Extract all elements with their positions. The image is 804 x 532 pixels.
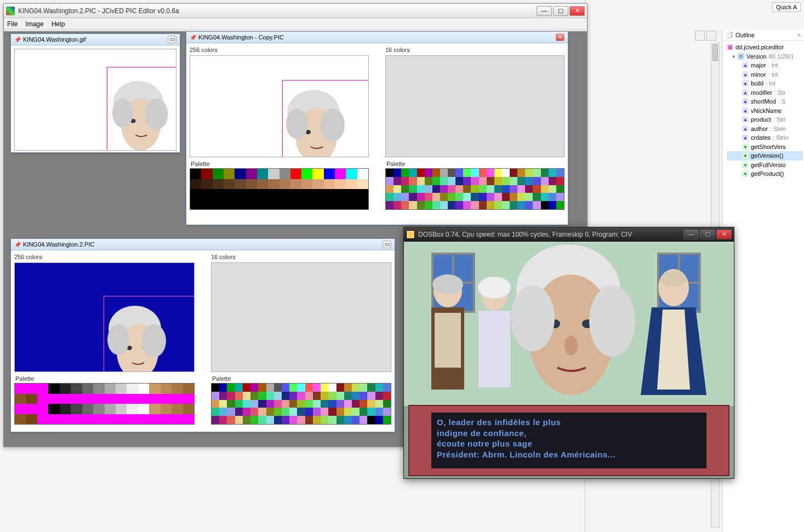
palette-16[interactable] [211,383,391,425]
window-title: KING04.Washington.2.PIC - JCivED PIC Edi… [18,7,537,15]
dosbox-screen: O, leader des infidèles le plus indigne … [404,242,734,478]
outline-item-shortMod[interactable]: ▲shortMod : S [727,97,803,106]
outline-item-vNickName[interactable]: ▲vNickName [727,106,803,116]
svg-point-31 [564,336,578,356]
outline-item-getShortVers[interactable]: ●getShortVers [727,142,803,152]
menubar: File Image Help [4,18,587,30]
subwindow-title: KING04.Washington - Copy.PIC [198,34,556,41]
pin-icon[interactable]: 📌 [14,242,21,248]
outline-item-major[interactable]: ▲major : int [727,61,803,70]
minimize-button[interactable]: — [683,230,699,239]
dialogue-line: écoute notre plus sage [437,438,701,449]
outline-icon: 📑 [726,31,733,38]
dosbox-title: DOSBox 0.74, Cpu speed: max 100% cycles,… [418,231,683,238]
eclipse-view-toolbar [695,31,716,41]
palette-label: Palette [386,161,564,167]
svg-point-10 [286,108,308,139]
outline-item-product[interactable]: ▲product : Stri [727,115,803,124]
svg-point-5 [145,99,168,130]
close-icon[interactable]: × [797,32,801,38]
outline-tab-label[interactable]: Outline [735,32,755,38]
outline-item-getFullVersio[interactable]: ●getFullVersio [727,161,803,170]
palette-16[interactable] [385,168,564,210]
maximize-button[interactable]: ▢ [700,230,715,239]
dialogue-line: indigne de confiance, [437,428,701,439]
svg-rect-21 [435,313,461,368]
subwindow-pic2[interactable]: 📌 KING04.Washington.2.PIC ▭ 256 colors P… [10,238,395,432]
toolbar-min-icon[interactable] [695,31,705,41]
outline-tree[interactable]: ▦dd.jcived.piceditor▾ΘVersion80 1/28/1▲m… [722,41,804,181]
outline-item-getVersion[interactable]: ●getVersion() [727,151,803,161]
outline-item-modifier[interactable]: ▲modifier : Str [727,88,803,98]
colors-label-256: 256 colors [14,254,195,260]
dialogue-line: O, leader des infidèles le plus [437,417,701,428]
subwindow-title: KING04.Washington.gif [23,36,168,43]
pin-icon[interactable]: 📌 [190,35,196,41]
svg-point-17 [142,324,166,357]
washington-portrait [503,242,640,411]
maximize-button[interactable]: ▢ [553,6,568,16]
svg-point-11 [321,108,345,141]
advisor-right [630,264,717,417]
close-icon[interactable]: ✕ [556,33,564,41]
palette-label: Palette [191,161,369,167]
colors-label-256: 256 colors [190,47,369,53]
main-titlebar[interactable]: KING04.Washington.2.PIC - JCivED PIC Edi… [4,4,587,18]
close-icon[interactable]: ▭ [168,36,176,43]
palette-256[interactable] [190,168,369,210]
subwindow-copy-pic[interactable]: 📌 KING04.Washington - Copy.PIC ✕ 256 col… [186,31,568,225]
dosbox-window[interactable]: DOSBox 0.74, Cpu speed: max 100% cycles,… [403,227,734,479]
svg-point-26 [660,271,687,287]
palette-label: Palette [212,375,391,382]
svg-point-19 [432,274,463,294]
subwindow-title: KING04.Washington.2.PIC [23,241,383,248]
dialogue-box: O, leader des infidèles le plus indigne … [408,405,729,476]
svg-point-4 [112,99,133,128]
close-button[interactable]: ✕ [569,6,585,16]
close-button[interactable]: ✕ [716,230,732,239]
colors-label-16: 16 colors [211,254,391,260]
svg-point-16 [107,324,129,355]
palette-label: Palette [15,375,195,382]
svg-point-32 [511,285,555,351]
quick-access-field[interactable]: Quick A [772,2,801,12]
dosbox-icon [406,230,415,239]
subwindow-gif[interactable]: 📌 KING04.Washington.gif ▭ [10,33,180,153]
colors-label-16: 16 colors [385,47,564,53]
app-icon [6,7,15,15]
svg-point-33 [589,285,635,357]
close-icon[interactable]: ▭ [383,241,391,248]
outline-item-build[interactable]: ▲build : int [727,79,803,88]
dialogue-line: Président: Abrm. Lincoln des Américains.… [437,449,701,460]
toolbar-max-icon[interactable] [706,31,716,41]
menu-help[interactable]: Help [52,20,65,28]
menu-image[interactable]: Image [25,20,43,28]
minimize-button[interactable]: — [537,6,552,16]
outline-item-minor[interactable]: ▲minor : int [727,70,803,79]
outline-item-getProduct[interactable]: ●getProduct() [727,169,803,179]
outline-item-crdates[interactable]: ▲crdates : Strin [727,133,803,142]
outline-item-author[interactable]: ▲author : Strin [727,124,803,134]
menu-file[interactable]: File [7,20,18,28]
pin-icon[interactable]: 📌 [14,37,21,43]
palette-256[interactable] [14,383,195,425]
